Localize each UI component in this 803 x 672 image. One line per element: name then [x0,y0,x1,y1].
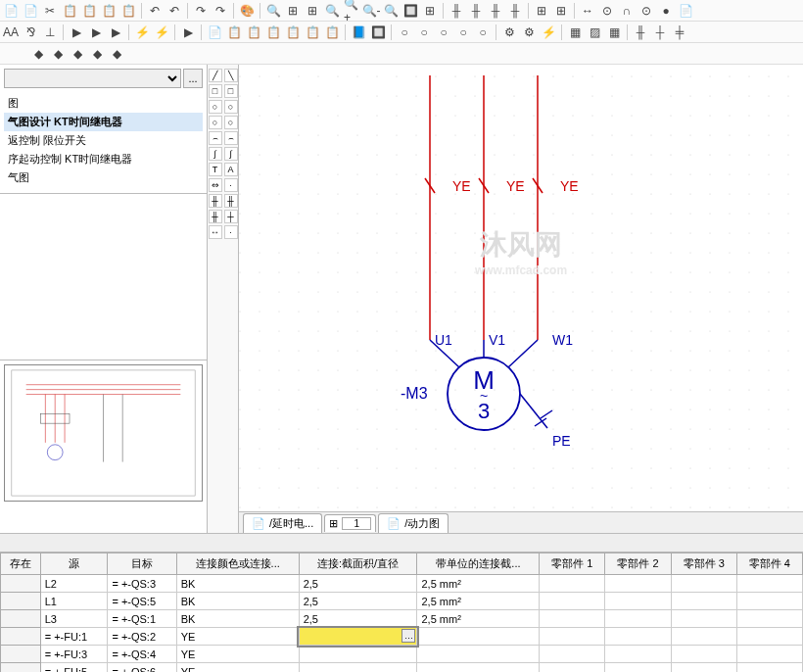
table-cell[interactable] [540,628,605,646]
toolbar-button[interactable]: ╫ [487,2,504,20]
toolbar-button[interactable]: 🔍+ [343,2,360,20]
table-row[interactable]: = +-FU:5= +-QS:6YE [1,663,803,673]
toolbar-button[interactable]: ╫ [448,2,465,20]
draw-tool-button[interactable]: ○ [224,116,238,129]
draw-tool-button[interactable]: ╲ [224,69,238,82]
table-cell[interactable]: = +-QS:4 [108,646,176,663]
toolbar-button[interactable]: 🔲 [369,24,387,41]
table-cell[interactable] [736,646,802,663]
toolbar-button[interactable]: ⅋ [22,24,39,41]
table-cell[interactable]: L3 [40,610,108,628]
navigator-filter-select[interactable] [4,69,181,88]
table-cell[interactable]: = +-QS:1 [108,610,176,628]
toolbar-button[interactable]: ╫ [632,24,649,41]
toolbar-button[interactable]: ⊞ [421,2,439,20]
cell-browse-button[interactable]: … [402,629,415,643]
toolbar-button[interactable]: 🔍 [382,2,400,20]
tree-item[interactable]: 返控制 限位开关 [4,131,203,150]
table-cell[interactable] [540,575,605,593]
table-cell[interactable]: 2,5 mm² [417,610,540,628]
table-cell[interactable] [605,628,671,646]
draw-tool-button[interactable]: ╱ [209,69,222,82]
table-cell[interactable] [605,663,671,673]
toolbar-button[interactable]: ▶ [107,24,124,41]
table-cell[interactable]: YE [176,628,299,646]
toolbar-button[interactable]: 📄 [677,2,694,20]
table-cell[interactable] [671,628,736,646]
table-cell[interactable]: = +-QS:6 [108,663,176,673]
table-cell[interactable] [605,575,671,593]
table-row[interactable]: = +-FU:3= +-QS:4YE [1,646,803,663]
toolbar-button[interactable]: 📄 [206,24,223,41]
sheet-tab-2[interactable]: 📄 /动力图 [378,513,449,533]
table-row[interactable]: L3= +-QS:1BK2,52,5 mm² [1,610,803,628]
toolbar-button[interactable]: 📄 [2,2,20,20]
table-cell[interactable] [671,663,736,673]
toolbar-button[interactable]: ┼ [651,24,669,41]
toolbar-button[interactable]: 🔍 [323,2,341,20]
toolbar-button[interactable]: 📄 [22,2,39,20]
toolbar-button[interactable]: ⚡ [540,24,557,41]
draw-tool-button[interactable]: ∫ [209,147,222,161]
toolbar-button[interactable]: ▦ [566,24,584,41]
draw-tool-button[interactable]: · [224,225,238,239]
toolbar-button[interactable]: ⚡ [153,24,170,41]
toolbar-button[interactable]: ⊥ [41,24,59,41]
toolbar-button[interactable]: ╫ [467,2,485,20]
toolbar-button[interactable]: ╫ [506,2,524,20]
draw-tool-button[interactable]: □ [224,84,238,98]
toolbar-button[interactable]: ◆ [29,45,47,63]
toolbar-button[interactable]: ⚙ [500,24,518,41]
sheet-tab-1[interactable]: 📄 /延时电... [243,513,322,533]
table-cell[interactable]: L2 [40,575,108,593]
toolbar-button[interactable]: 📋 [80,2,98,20]
sheet-page-indicator[interactable]: ⊞ 1 [324,514,376,532]
page-tree[interactable]: 图气图设计 KT时间继电器返控制 限位开关序起动控制 KT时间继电器气图 [4,92,203,189]
draw-tool-button[interactable]: ∫ [224,147,238,161]
toolbar-button[interactable]: ◆ [108,45,125,63]
draw-tool-button[interactable]: ⌢ [224,131,238,145]
drawing-canvas[interactable]: YE YE YE U1 V1 W1 M ~ 3 -M3 PE [239,65,803,533]
table-cell[interactable]: BK [176,575,299,593]
table-cell[interactable]: = +-FU:5 [40,663,108,673]
table-cell[interactable]: = +-FU:1 [40,628,108,646]
toolbar-button[interactable]: ⚡ [133,24,151,41]
toolbar-button[interactable]: ▶ [87,24,105,41]
table-cell[interactable] [671,646,736,663]
table-cell[interactable] [1,593,41,610]
tree-item[interactable]: 气图设计 KT时间继电器 [4,113,203,131]
table-cell[interactable]: YE [176,663,299,673]
table-cell[interactable] [540,610,605,628]
toolbar-button[interactable]: ⚙ [520,24,538,41]
column-header[interactable]: 带单位的连接截... [417,553,540,575]
toolbar-button[interactable]: 📋 [284,24,302,41]
table-cell[interactable] [1,646,41,663]
toolbar-button[interactable]: ○ [474,24,492,41]
toolbar-button[interactable]: ↷ [192,2,210,20]
table-cell[interactable]: L1 [40,593,108,610]
toolbar-button[interactable]: ✂ [41,2,59,20]
toolbar-button[interactable]: ⊞ [284,2,302,20]
toolbar-button[interactable]: ○ [435,24,452,41]
toolbar-button[interactable]: ○ [396,24,413,41]
table-cell[interactable] [299,663,417,673]
table-cell[interactable] [417,628,540,646]
toolbar-button[interactable]: 📋 [245,24,262,41]
table-cell[interactable]: 2,5 [299,575,417,593]
toolbar-button[interactable]: 📋 [119,2,137,20]
table-cell[interactable] [671,575,736,593]
toolbar-button[interactable]: 🔍 [264,2,282,20]
toolbar-button[interactable]: ⊙ [638,2,655,20]
panel-divider[interactable] [0,533,803,552]
toolbar-button[interactable]: ○ [415,24,433,41]
table-cell[interactable] [736,628,802,646]
table-cell[interactable] [671,610,736,628]
table-cell[interactable]: 2,5 mm² [417,575,540,593]
toolbar-button[interactable]: ▶ [179,24,197,41]
table-cell[interactable] [1,575,41,593]
toolbar-button[interactable]: ● [657,2,675,20]
toolbar-button[interactable]: 📋 [100,2,118,20]
table-cell[interactable]: 2,5 mm² [417,593,540,610]
toolbar-button[interactable]: 📋 [61,2,78,20]
table-cell[interactable] [605,593,671,610]
